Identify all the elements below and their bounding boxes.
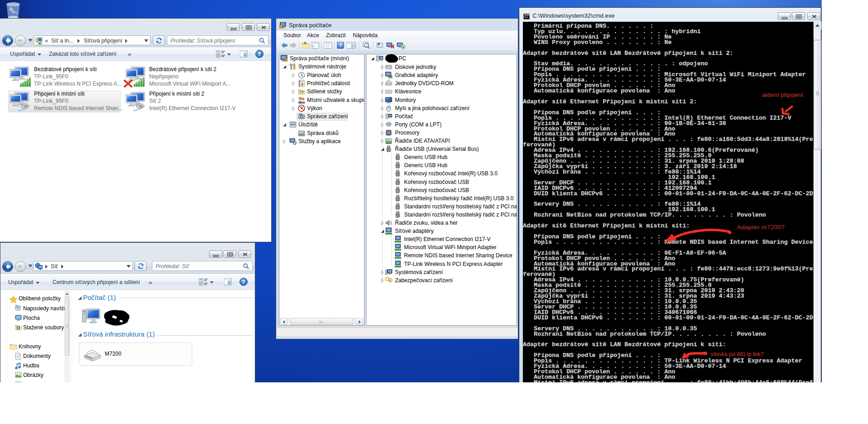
svg-text:?: ? <box>339 43 342 48</box>
svg-text:?: ? <box>258 51 261 58</box>
svg-text:?: ? <box>242 279 245 285</box>
